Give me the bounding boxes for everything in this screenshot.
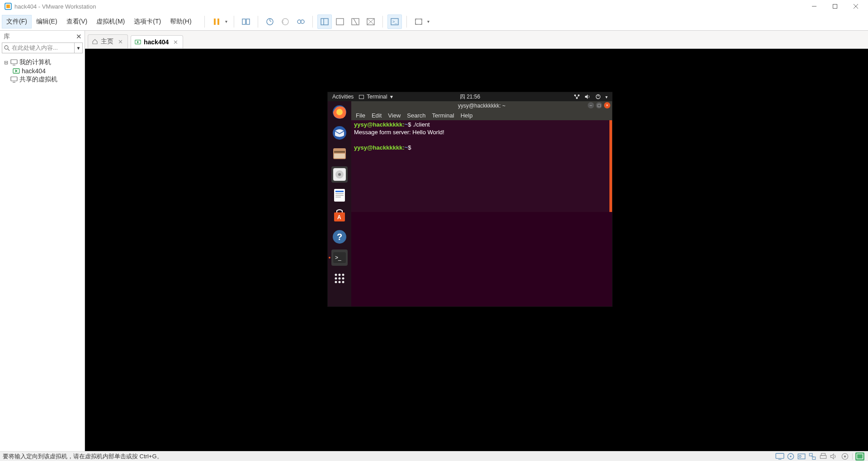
menubar-row: 文件(F) 编辑(E) 查看(V) 虚拟机(M) 选项卡(T) 帮助(H) ▾ … <box>0 13 868 31</box>
maximize-button[interactable] <box>825 0 845 13</box>
terminal-icon <box>359 95 364 99</box>
dock-terminal[interactable]: >_ <box>331 249 348 266</box>
view-single-button[interactable] <box>333 14 347 29</box>
svg-rect-55 <box>335 197 341 198</box>
tab-vm-hack404[interactable]: hack404 ✕ <box>131 35 183 48</box>
library-sidebar: 库 ✕ 在此处键入内容... ▼ ⊟ 我的计算机 hack404 <box>0 31 85 451</box>
dock-thunderbird[interactable] <box>331 125 348 141</box>
term-menu-search[interactable]: Search <box>407 112 425 119</box>
tree-my-computer[interactable]: ⊟ 我的计算机 <box>0 58 85 67</box>
power-icon[interactable] <box>595 94 601 99</box>
library-close-button[interactable]: ✕ <box>76 33 82 41</box>
terminal-close-button[interactable]: × <box>604 102 610 108</box>
library-title: 库 <box>4 33 10 41</box>
svg-point-11 <box>282 19 288 25</box>
term-menu-view[interactable]: View <box>388 112 401 119</box>
svg-point-65 <box>335 278 337 280</box>
minimize-button[interactable] <box>804 0 825 13</box>
menu-vm[interactable]: 虚拟机(M) <box>92 15 129 28</box>
status-sound-icon[interactable] <box>830 452 839 461</box>
power-dropdown[interactable]: ▾ <box>224 19 229 24</box>
dock-firefox[interactable] <box>331 104 348 120</box>
svg-text:>_: >_ <box>335 254 341 261</box>
svg-text:?: ? <box>337 232 342 242</box>
term-menu-file[interactable]: File <box>356 112 365 119</box>
terminal-window[interactable]: yysy@hackkkkkk: ~ – ▢ × File Edit View S… <box>351 101 612 212</box>
chevron-down-icon[interactable]: ▾ <box>605 94 608 99</box>
dock-help[interactable]: ? <box>331 229 348 245</box>
console-view-button[interactable]: >_ <box>387 14 402 29</box>
view-multi-button[interactable] <box>348 14 363 29</box>
fullscreen-dropdown[interactable]: ▾ <box>426 19 431 24</box>
topbar-app-menu[interactable]: Terminal ▾ <box>359 94 392 100</box>
term-menu-help[interactable]: Help <box>461 112 473 119</box>
status-network-icon[interactable] <box>808 452 817 461</box>
tab-close-button[interactable]: ✕ <box>118 38 123 45</box>
topbar-clock[interactable]: 四 21:56 <box>460 93 480 101</box>
fullscreen-button[interactable] <box>411 14 426 29</box>
menu-tabs[interactable]: 选项卡(T) <box>129 15 165 28</box>
vm-icon <box>13 67 20 75</box>
status-vmtools-icon[interactable] <box>855 452 864 461</box>
search-dropdown[interactable]: ▼ <box>75 42 83 53</box>
term-menu-edit[interactable]: Edit <box>372 112 382 119</box>
menu-file[interactable]: 文件(F) <box>2 15 32 28</box>
svg-line-25 <box>8 49 9 51</box>
home-icon <box>92 38 98 45</box>
svg-rect-46 <box>334 151 345 153</box>
terminal-maximize-button[interactable]: ▢ <box>596 102 602 108</box>
svg-rect-1 <box>6 5 10 8</box>
vm-console[interactable]: Activities Terminal ▾ 四 21:56 ▾ <box>85 49 868 451</box>
tab-label: 主页 <box>101 38 113 46</box>
status-monitor-icon[interactable] <box>775 452 784 461</box>
window-title: hack404 - VMware Workstation <box>14 3 96 10</box>
svg-rect-85 <box>857 454 863 459</box>
svg-point-66 <box>339 278 341 280</box>
tab-close-button[interactable]: ✕ <box>173 39 178 46</box>
status-cd-icon[interactable] <box>797 452 806 461</box>
volume-icon[interactable] <box>585 94 591 99</box>
svg-rect-9 <box>246 19 250 24</box>
window-titlebar: hack404 - VMware Workstation <box>0 0 868 13</box>
view-console-button[interactable] <box>317 14 332 29</box>
status-usb-icon[interactable] <box>840 452 849 461</box>
pause-button[interactable] <box>209 14 224 29</box>
view-unity-button[interactable] <box>363 14 378 29</box>
snapshot-manager-button[interactable] <box>293 14 308 29</box>
revert-snapshot-button[interactable] <box>278 14 292 29</box>
menu-edit[interactable]: 编辑(E) <box>32 15 62 28</box>
dock-apps-grid[interactable] <box>331 270 348 287</box>
dock-rhythmbox[interactable] <box>331 166 348 183</box>
shared-icon <box>10 76 18 83</box>
svg-rect-26 <box>11 60 17 64</box>
menu-help[interactable]: 帮助(H) <box>165 15 196 28</box>
guest-desktop[interactable]: Activities Terminal ▾ 四 21:56 ▾ <box>328 92 612 306</box>
status-printer-icon[interactable] <box>819 452 828 461</box>
svg-rect-47 <box>334 154 345 158</box>
status-message: 要将输入定向到该虚拟机，请在虚拟机内部单击或按 Ctrl+G。 <box>3 452 163 461</box>
svg-point-43 <box>336 109 343 115</box>
tree-vm-hack404[interactable]: hack404 <box>0 67 85 75</box>
status-disk-icon[interactable] <box>786 452 795 461</box>
content-area: 主页 ✕ hack404 ✕ Activities Terminal ▾ <box>85 31 868 451</box>
tree-shared-vms[interactable]: 共享的虚拟机 <box>0 75 85 84</box>
snapshot-button[interactable] <box>263 14 277 29</box>
network-icon[interactable] <box>574 94 580 99</box>
dock-files[interactable] <box>331 146 348 162</box>
close-button[interactable] <box>845 0 866 13</box>
dock-libreoffice[interactable] <box>331 187 348 203</box>
library-search-input[interactable]: 在此处键入内容... <box>2 42 75 53</box>
collapse-icon[interactable]: ⊟ <box>4 60 9 66</box>
dock-software[interactable]: A <box>331 208 348 224</box>
activities-button[interactable]: Activities <box>332 94 354 100</box>
terminal-body[interactable]: yysy@hackkkkkk:~$ ./client Message form … <box>351 120 612 153</box>
main-area: 库 ✕ 在此处键入内容... ▼ ⊟ 我的计算机 hack404 <box>0 31 868 451</box>
terminal-minimize-button[interactable]: – <box>588 102 594 108</box>
tab-home[interactable]: 主页 ✕ <box>88 34 128 48</box>
term-menu-terminal[interactable]: Terminal <box>432 112 454 119</box>
terminal-titlebar[interactable]: yysy@hackkkkkk: ~ – ▢ × <box>351 101 612 110</box>
send-keys-button[interactable] <box>239 14 253 29</box>
computer-icon <box>10 59 18 66</box>
menu-view[interactable]: 查看(V) <box>62 15 92 28</box>
terminal-scrollbar[interactable] <box>609 120 612 212</box>
